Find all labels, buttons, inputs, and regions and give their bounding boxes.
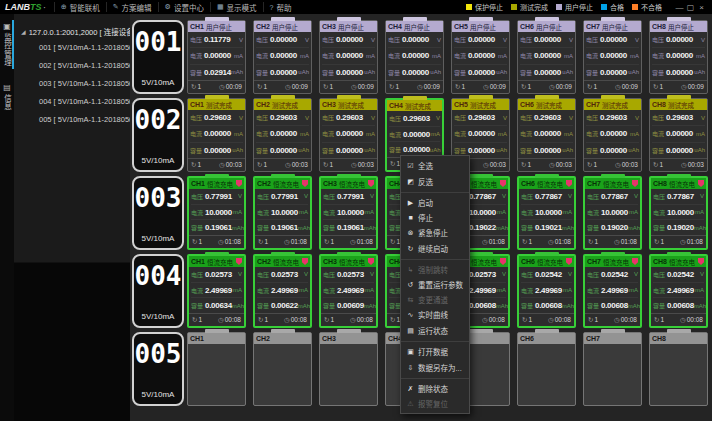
context-menu-item[interactable]: ↳ 强制跳转 <box>401 262 469 277</box>
channel-card[interactable]: CH2 恒流充电 电压 0.77991 V <box>253 176 312 250</box>
channel-card[interactable]: CH2 测试完成 电压 0.29603 V <box>253 98 312 172</box>
channel-status: 用户停止 <box>404 22 430 32</box>
protection-icon <box>632 180 638 187</box>
sidebar-tab[interactable]: ▣ 监控管理 <box>0 20 14 69</box>
channel-status: 测试完成 <box>470 100 496 110</box>
capacity-label: 容量 <box>454 146 466 155</box>
voltage-value: 0.02542 <box>667 270 700 279</box>
context-menu-item[interactable]: ↻ 继续启动 <box>401 240 469 260</box>
restore-icon[interactable]: ▢ <box>685 3 696 12</box>
channel-card[interactable]: CH3 用户停止 电压 0.00000 V <box>319 20 378 94</box>
channel-card[interactable]: CH8 恒流充电 电压 0.02542 V <box>649 254 708 328</box>
device-card[interactable]: 005 5V/10mA <box>132 332 184 406</box>
channel-card[interactable]: CH6 电压 <box>517 332 576 406</box>
channel-card[interactable]: CH5 用户停止 电压 0.00000 V <box>451 20 510 94</box>
channel-card[interactable]: CH2 恒流充电 电压 0.02573 V <box>253 254 312 328</box>
channel-card[interactable]: CH1 恒流充电 电压 0.02573 V <box>187 254 246 328</box>
context-menu-item[interactable]: ⚠ 报警复位 <box>401 396 469 411</box>
channel-card[interactable]: CH3 恒流充电 电压 0.77991 V <box>319 176 378 250</box>
channel-card[interactable]: CH8 用户停止 电压 0.00000 V <box>649 20 708 94</box>
context-menu-item[interactable]: ▣ 打开数据 <box>401 344 469 359</box>
channel-card[interactable]: CH6 恒流充电 电压 0.02542 V <box>517 254 576 328</box>
menu-item[interactable]: ? 帮助 <box>263 2 298 12</box>
menu-item[interactable]: ✎ 方案编辑 <box>106 2 158 12</box>
step-indicator: ↻1 <box>455 83 465 91</box>
voltage-row: 电压 0.77991 V <box>323 189 374 205</box>
context-menu-item[interactable]: ◩ 反选 <box>401 173 469 193</box>
context-menu-item[interactable]: ■ 停止 <box>401 210 469 225</box>
channel-card[interactable]: CH6 恒流充电 电压 0.77867 V <box>517 176 576 250</box>
channel-card[interactable]: CH8 恒流充电 电压 0.77867 V <box>649 176 708 250</box>
tree-item-device[interactable]: 004 [ 5V/10mA-1.1-20180501004 ] <box>14 93 130 111</box>
step-number: 1 <box>593 83 597 90</box>
time-value: 00:08 <box>291 316 307 323</box>
current-row: 电流 0.00000 mA <box>190 126 243 142</box>
context-menu-item[interactable]: ✗ 删除状态 <box>401 381 469 396</box>
clock-icon: ◷ <box>680 316 686 323</box>
channel-card[interactable]: CH4 用户停止 电压 0.00000 V <box>385 20 444 94</box>
context-menu-item[interactable]: ▶ 启动 <box>401 195 469 210</box>
capacity-row: 容量 0.00000 uAh <box>322 65 375 80</box>
close-icon[interactable]: × <box>696 3 707 12</box>
channel-tab-notch <box>535 17 559 21</box>
menu-item[interactable]: ⊕ 智能联机 <box>54 2 106 12</box>
elapsed-time: ◷00:03 <box>285 161 308 169</box>
channel-card[interactable]: CH7 恒流充电 电压 0.02542 V <box>583 254 642 328</box>
channel-card[interactable]: CH3 恒流充电 电压 0.02573 V <box>319 254 378 328</box>
minimize-icon[interactable]: — <box>674 3 685 12</box>
context-menu-item[interactable]: ⊗ 紧急停止 <box>401 225 469 240</box>
context-menu-item[interactable]: ∿ 实时曲线 <box>401 307 469 322</box>
context-menu-item[interactable]: ⇩ 数据另存为... <box>401 359 469 379</box>
step-icon: ↻ <box>258 316 263 323</box>
channel-card[interactable]: CH3 电压 <box>319 332 378 406</box>
tree-item-device[interactable]: 005 [ 5V/10mA-1.1-20180501005 ] <box>14 111 130 129</box>
channel-card[interactable]: CH7 恒流充电 电压 0.77867 V <box>583 176 642 250</box>
device-card[interactable]: 004 5V/10mA <box>132 254 184 328</box>
capacity-value: 0.19020 <box>601 223 628 232</box>
menu-item[interactable]: ▦ 显示模式 <box>210 2 263 12</box>
tree-item-device[interactable]: 003 [ 5V/10mA-1.1-20180501003 ] <box>14 75 130 93</box>
channel-card[interactable]: CH2 电压 <box>253 332 312 406</box>
capacity-value: 0.19061 <box>337 223 364 232</box>
context-menu-item[interactable]: ↺ 重置运行参数 <box>401 277 469 292</box>
capacity-value: 0.00000 <box>666 146 694 155</box>
context-menu-item[interactable]: ▤ 运行状态 <box>401 322 469 342</box>
change-channel-icon: ⇆ <box>405 296 416 304</box>
channel-card[interactable]: CH1 用户停止 电压 0.11779 V <box>187 20 246 94</box>
channel-card[interactable]: CH7 电压 <box>583 332 642 406</box>
channel-card[interactable]: CH6 用户停止 电压 0.00000 V <box>517 20 576 94</box>
current-row: 电流 10.0000 mA <box>587 205 638 221</box>
tree-expand-icon[interactable]: ◢ <box>21 28 26 35</box>
channel-card[interactable]: CH2 用户停止 电压 0.00000 V <box>253 20 312 94</box>
context-menu-item[interactable]: ☑ 全选 <box>401 158 469 173</box>
channel-footer: ↻1 ◷01:08 <box>585 235 640 248</box>
channel-card[interactable]: CH1 电压 <box>187 332 246 406</box>
voltage-unit: V <box>371 37 375 43</box>
channel-card[interactable]: CH7 测试完成 电压 0.29603 V <box>583 98 642 172</box>
channel-card[interactable]: CH1 测试完成 电压 0.29603 V <box>187 98 246 172</box>
capacity-value: 0.19021 <box>535 223 562 232</box>
voltage-label: 电压 <box>520 35 532 44</box>
clock-icon: ◷ <box>285 83 291 90</box>
sidebar-tab[interactable]: ▤ 信息 <box>0 81 14 113</box>
elapsed-time: ◷01:08 <box>350 238 373 246</box>
context-menu-item[interactable]: ⇆ 变更通道 <box>401 292 469 307</box>
tree-item-device[interactable]: 001 [ 5V/10mA-1.1-20180501001 ] <box>14 39 130 57</box>
menu-item[interactable]: ⚙ 设置中心 <box>158 2 210 12</box>
voltage-label: 电压 <box>257 270 269 279</box>
channel-card[interactable]: CH3 测试完成 电压 0.29603 V <box>319 98 378 172</box>
capacity-unit: uAh <box>298 147 309 153</box>
channel-card[interactable]: CH6 测试完成 电压 0.29603 V <box>517 98 576 172</box>
channel-card[interactable]: CH7 用户停止 电压 0.00000 V <box>583 20 642 94</box>
channel-name: CH7 <box>586 335 600 342</box>
tree-root-node[interactable]: ◢ 127.0.0.1:2001,2000 [ 连接设备5 台 ] <box>14 23 130 39</box>
device-card[interactable]: 003 5V/10mA <box>132 176 184 250</box>
channel-card[interactable]: CH8 电压 <box>649 332 708 406</box>
tree-item-device[interactable]: 002 [ 5V/10mA-1.1-20180501002 ] <box>14 57 130 75</box>
capacity-label: 容量 <box>454 68 466 77</box>
device-card[interactable]: 002 5V/10mA <box>132 98 184 172</box>
channel-card[interactable]: CH8 测试完成 电压 0.29603 V <box>649 98 708 172</box>
channel-tab-notch <box>403 96 427 100</box>
device-card[interactable]: 001 5V/10mA <box>132 20 184 94</box>
channel-card[interactable]: CH1 恒流充电 电压 0.77991 V <box>187 176 246 250</box>
